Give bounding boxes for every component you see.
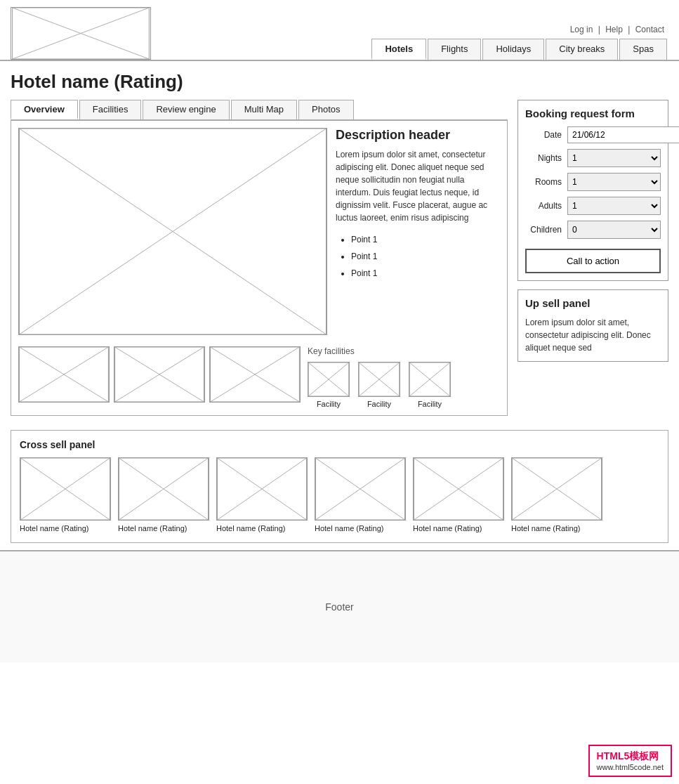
nights-label: Nights [525,153,567,163]
upsell-title: Up sell panel [525,297,661,309]
overview-layout: Description header Lorem ipsum dolor sit… [18,128,500,335]
cross-sell-image-3 [216,457,308,521]
center-panel: Overview Facilities Review engine Multi … [11,100,508,416]
children-label: Children [525,225,567,235]
main-hotel-image [18,128,327,335]
tab-city-breaks[interactable]: City breaks [546,39,618,60]
cross-sell-item-3: Hotel name (Rating) [216,457,308,534]
top-links: Log in | Help | Contact [569,25,668,34]
thumbnail-3 [209,346,301,403]
adults-select[interactable]: 123 [567,197,661,215]
help-link[interactable]: Help [605,25,623,34]
description-text: Lorem ipsum dolor sit amet, consectetur … [336,148,500,224]
facility-image-1 [308,362,350,397]
thumbnail-1 [18,346,110,403]
facility-label-3: Facility [418,400,442,408]
bullet-1: Point 1 [351,231,500,248]
cross-sell-image-4 [315,457,406,521]
thumbnails-row [18,346,301,408]
cross-sell-label-2: Hotel name (Rating) [118,523,187,534]
booking-form-panel: Booking request form Date Nights 123 Roo… [518,100,668,281]
date-input[interactable] [567,126,679,143]
bottom-row: Key facilities Facility [18,341,500,408]
cross-sell-panel: Cross sell panel Hotel name (Rating) Hot [11,430,668,543]
tab-multi-map[interactable]: Multi Map [231,100,297,119]
cross-sell-item-5: Hotel name (Rating) [413,457,504,534]
nights-select[interactable]: 123 [567,149,661,167]
upsell-text: Lorem ipsum dolor sit amet, consectetur … [525,316,661,354]
cta-button[interactable]: Call to action [525,249,661,273]
cross-sell-item-2: Hotel name (Rating) [118,457,209,534]
nav-right: Log in | Help | Contact Hotels Flights H… [371,25,668,60]
tab-review-engine[interactable]: Review engine [143,100,229,119]
right-sidebar: Booking request form Date Nights 123 Roo… [518,100,668,416]
facilities-row: Facility Facility [308,362,451,408]
bullet-2: Point 1 [351,248,500,265]
rooms-label: Rooms [525,177,567,187]
facility-label-2: Facility [367,400,391,408]
cross-sell-item-1: Hotel name (Rating) [20,457,111,534]
cross-sell-title: Cross sell panel [20,439,659,450]
sep1: | [598,25,600,34]
cross-sell-image-6 [511,457,602,521]
children-select[interactable]: 012 [567,221,661,239]
contact-link[interactable]: Contact [635,25,664,34]
footer: Footer [0,550,679,662]
tab-hotels[interactable]: Hotels [371,39,426,60]
thumbnail-2 [114,346,205,403]
facility-label-1: Facility [317,400,341,408]
key-facilities-label: Key facilities [308,346,451,356]
page-title: Hotel name (Rating) [0,61,679,100]
tab-content-overview: Description header Lorem ipsum dolor sit… [11,121,508,416]
main-content: Overview Facilities Review engine Multi … [0,100,679,423]
cross-sell-label-1: Hotel name (Rating) [20,523,88,534]
nav-tabs: Hotels Flights Holidays City breaks Spas [371,39,668,60]
bullet-list: Point 1 Point 1 Point 1 [336,231,500,282]
sep2: | [628,25,630,34]
description-header: Description header [336,128,500,143]
rooms-row: Rooms 123 [525,173,661,191]
tab-spas[interactable]: Spas [619,39,667,60]
cross-sell-label-3: Hotel name (Rating) [216,523,285,534]
upsell-panel: Up sell panel Lorem ipsum dolor sit amet… [518,289,668,362]
header: Log in | Help | Contact Hotels Flights H… [0,0,679,61]
cross-sell-label-4: Hotel name (Rating) [315,523,383,534]
cross-sell-image-1 [20,457,111,521]
cross-sell-image-5 [413,457,504,521]
cross-sell-label-6: Hotel name (Rating) [511,523,580,534]
children-row: Children 012 [525,221,661,239]
cross-sell-item-4: Hotel name (Rating) [315,457,406,534]
booking-form-title: Booking request form [525,107,661,119]
key-facilities-section: Key facilities Facility [308,346,451,408]
cross-sell-image-2 [118,457,209,521]
facility-image-2 [358,362,400,397]
content-tabs: Overview Facilities Review engine Multi … [11,100,508,121]
rooms-select[interactable]: 123 [567,173,661,191]
date-label: Date [525,130,567,140]
tab-flights[interactable]: Flights [428,39,481,60]
cross-sell-label-5: Hotel name (Rating) [413,523,482,534]
adults-row: Adults 123 [525,197,661,215]
tab-holidays[interactable]: Holidays [482,39,544,60]
description-section: Description header Lorem ipsum dolor sit… [336,128,500,335]
facility-item-3: Facility [409,362,451,408]
facility-item-1: Facility [308,362,350,408]
logo [11,7,151,60]
tab-overview[interactable]: Overview [11,100,78,119]
login-link[interactable]: Log in [570,25,593,34]
facility-image-3 [409,362,451,397]
date-row: Date [525,126,661,143]
cross-sell-item-6: Hotel name (Rating) [511,457,602,534]
cross-sell-grid: Hotel name (Rating) Hotel name (Rating) [20,457,659,534]
tab-facilities[interactable]: Facilities [79,100,142,119]
footer-text: Footer [325,601,353,613]
facility-item-2: Facility [358,362,400,408]
tab-photos[interactable]: Photos [298,100,353,119]
nights-row: Nights 123 [525,149,661,167]
bullet-3: Point 1 [351,265,500,282]
adults-label: Adults [525,201,567,211]
